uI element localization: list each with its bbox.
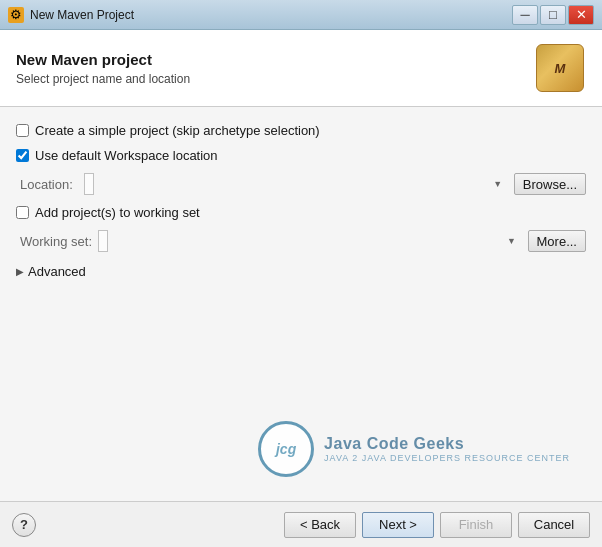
footer-right: < Back Next > Finish Cancel: [284, 512, 590, 538]
maximize-button[interactable]: □: [540, 5, 566, 25]
back-button[interactable]: < Back: [284, 512, 356, 538]
location-label: Location:: [20, 177, 78, 192]
cancel-button[interactable]: Cancel: [518, 512, 590, 538]
working-set-select-arrow-icon: ▼: [504, 233, 520, 249]
default-workspace-label[interactable]: Use default Workspace location: [35, 148, 218, 163]
watermark-area: jcg Java Code Geeks Java 2 Java Develope…: [16, 291, 586, 485]
simple-project-row: Create a simple project (skip archetype …: [16, 123, 586, 138]
dialog-content: New Maven project Select project name an…: [0, 30, 602, 547]
main-body: Create a simple project (skip archetype …: [0, 107, 602, 501]
title-bar: ⚙ New Maven Project ─ □ ✕: [0, 0, 602, 30]
help-button[interactable]: ?: [12, 513, 36, 537]
jcg-circle: jcg: [258, 421, 314, 477]
window-controls: ─ □ ✕: [512, 5, 594, 25]
footer-left: ?: [12, 513, 36, 537]
jcg-brand-tagline: Java 2 Java Developers Resource Center: [324, 453, 570, 463]
add-working-set-checkbox[interactable]: [16, 206, 29, 219]
working-set-label: Working set:: [20, 234, 92, 249]
simple-project-checkbox[interactable]: [16, 124, 29, 137]
watermark: jcg Java Code Geeks Java 2 Java Develope…: [258, 421, 570, 477]
page-subtitle: Select project name and location: [16, 72, 190, 86]
minimize-button[interactable]: ─: [512, 5, 538, 25]
app-icon: ⚙: [8, 7, 24, 23]
close-button[interactable]: ✕: [568, 5, 594, 25]
simple-project-label[interactable]: Create a simple project (skip archetype …: [35, 123, 320, 138]
location-select-wrapper: ▼: [84, 173, 508, 195]
advanced-label: Advanced: [28, 264, 86, 279]
working-set-row: Working set: ▼ More...: [16, 230, 586, 252]
header-text: New Maven project Select project name an…: [16, 51, 190, 86]
title-bar-left: ⚙ New Maven Project: [8, 7, 134, 23]
next-button[interactable]: Next >: [362, 512, 434, 538]
default-workspace-checkbox[interactable]: [16, 149, 29, 162]
jcg-brand-name: Java Code Geeks: [324, 435, 570, 453]
footer: ? < Back Next > Finish Cancel: [0, 501, 602, 547]
advanced-chevron-icon: ▶: [16, 266, 24, 277]
location-select[interactable]: [84, 173, 94, 195]
header-section: New Maven project Select project name an…: [0, 30, 602, 107]
browse-button[interactable]: Browse...: [514, 173, 586, 195]
jcg-logo: jcg: [258, 421, 314, 477]
location-row: Location: ▼ Browse...: [16, 173, 586, 195]
advanced-row[interactable]: ▶ Advanced: [16, 262, 586, 281]
working-set-select-wrapper: ▼: [98, 230, 522, 252]
location-select-arrow-icon: ▼: [490, 176, 506, 192]
working-set-select[interactable]: [98, 230, 108, 252]
add-working-set-row: Add project(s) to working set: [16, 205, 586, 220]
default-workspace-row: Use default Workspace location: [16, 148, 586, 163]
more-button[interactable]: More...: [528, 230, 586, 252]
maven-logo: M: [536, 44, 584, 92]
add-working-set-label[interactable]: Add project(s) to working set: [35, 205, 200, 220]
jcg-logo-text: jcg: [276, 441, 296, 457]
finish-button[interactable]: Finish: [440, 512, 512, 538]
page-title: New Maven project: [16, 51, 190, 68]
window-title: New Maven Project: [30, 8, 134, 22]
jcg-brand: Java Code Geeks Java 2 Java Developers R…: [324, 435, 570, 463]
header-icon: M: [534, 42, 586, 94]
